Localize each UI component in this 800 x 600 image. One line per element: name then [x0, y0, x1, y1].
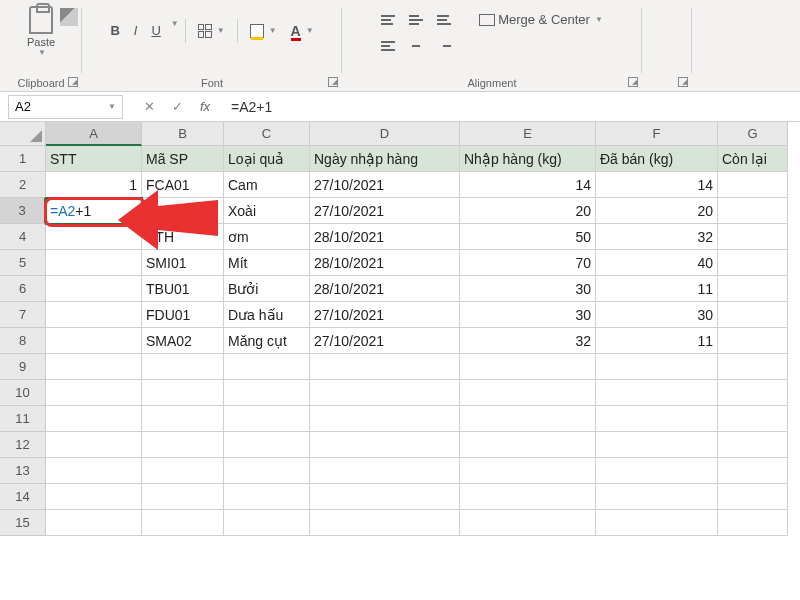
- cell[interactable]: [718, 354, 788, 380]
- clipboard-dialog-launcher[interactable]: ◢: [68, 77, 78, 87]
- cell[interactable]: =A2+1: [46, 198, 142, 224]
- cell[interactable]: [718, 198, 788, 224]
- row-header[interactable]: 10: [0, 380, 46, 406]
- col-header-B[interactable]: B: [142, 122, 224, 146]
- row-header[interactable]: 5: [0, 250, 46, 276]
- cell[interactable]: [718, 458, 788, 484]
- format-painter-button[interactable]: [60, 8, 78, 26]
- cell[interactable]: [310, 406, 460, 432]
- cell[interactable]: Loại quả: [224, 146, 310, 172]
- row-header[interactable]: 15: [0, 510, 46, 536]
- cell[interactable]: 27/10/2021: [310, 198, 460, 224]
- cell[interactable]: [142, 354, 224, 380]
- font-dialog-launcher[interactable]: ◢: [328, 77, 338, 87]
- col-header-E[interactable]: E: [460, 122, 596, 146]
- cell[interactable]: 30: [460, 276, 596, 302]
- align-bottom-button[interactable]: [431, 8, 457, 31]
- paste-button[interactable]: Paste ▼: [19, 4, 63, 59]
- row-header[interactable]: 13: [0, 458, 46, 484]
- cell[interactable]: SMI01: [142, 250, 224, 276]
- cell[interactable]: 70: [460, 250, 596, 276]
- cell[interactable]: [718, 406, 788, 432]
- cell[interactable]: 14: [596, 172, 718, 198]
- align-center-button[interactable]: [403, 37, 429, 55]
- align-middle-button[interactable]: [403, 8, 429, 31]
- cell[interactable]: [46, 510, 142, 536]
- row-header[interactable]: 1: [0, 146, 46, 172]
- cell[interactable]: [46, 380, 142, 406]
- cell[interactable]: Xoài: [224, 198, 310, 224]
- cell[interactable]: [718, 484, 788, 510]
- cell[interactable]: Mã SP: [142, 146, 224, 172]
- cell[interactable]: [46, 458, 142, 484]
- cell[interactable]: TBU01: [142, 276, 224, 302]
- row-header[interactable]: 14: [0, 484, 46, 510]
- cell[interactable]: [46, 432, 142, 458]
- row-header[interactable]: 11: [0, 406, 46, 432]
- cell[interactable]: [224, 510, 310, 536]
- cell[interactable]: 30: [460, 302, 596, 328]
- formula-input[interactable]: =A2+1: [223, 99, 800, 115]
- row-header[interactable]: 4: [0, 224, 46, 250]
- cell[interactable]: 11: [596, 276, 718, 302]
- cell[interactable]: 20: [460, 198, 596, 224]
- align-right-button[interactable]: [431, 37, 457, 55]
- cell[interactable]: Dưa hấu: [224, 302, 310, 328]
- cell[interactable]: [310, 380, 460, 406]
- cell[interactable]: ơm: [224, 224, 310, 250]
- col-header-G[interactable]: G: [718, 122, 788, 146]
- cell[interactable]: [224, 406, 310, 432]
- cell[interactable]: [46, 406, 142, 432]
- fx-icon[interactable]: fx: [195, 97, 215, 117]
- col-header-D[interactable]: D: [310, 122, 460, 146]
- cell[interactable]: 28/10/2021: [310, 250, 460, 276]
- cell[interactable]: [224, 458, 310, 484]
- cell[interactable]: [718, 224, 788, 250]
- cell[interactable]: [718, 302, 788, 328]
- cell[interactable]: [310, 354, 460, 380]
- cell[interactable]: [310, 484, 460, 510]
- cell[interactable]: Cam: [224, 172, 310, 198]
- cell[interactable]: Nhập hàng (kg): [460, 146, 596, 172]
- cell[interactable]: Bưởi: [224, 276, 310, 302]
- cell[interactable]: [460, 354, 596, 380]
- align-left-button[interactable]: [375, 37, 401, 55]
- cell[interactable]: 50: [460, 224, 596, 250]
- italic-button[interactable]: I: [128, 19, 144, 43]
- cell[interactable]: [718, 250, 788, 276]
- cell[interactable]: [460, 380, 596, 406]
- cell[interactable]: 40: [596, 250, 718, 276]
- col-header-F[interactable]: F: [596, 122, 718, 146]
- cell[interactable]: [46, 250, 142, 276]
- cell[interactable]: 32: [460, 328, 596, 354]
- cell[interactable]: Còn lại: [718, 146, 788, 172]
- cell[interactable]: [718, 172, 788, 198]
- col-header-A[interactable]: A: [46, 122, 142, 146]
- row-header[interactable]: 12: [0, 432, 46, 458]
- cell[interactable]: 27/10/2021: [310, 328, 460, 354]
- cell[interactable]: FDU01: [142, 302, 224, 328]
- cell[interactable]: [718, 328, 788, 354]
- cell[interactable]: 32: [596, 224, 718, 250]
- cell[interactable]: 20: [596, 198, 718, 224]
- cell[interactable]: [224, 380, 310, 406]
- cell[interactable]: 1: [46, 172, 142, 198]
- cell[interactable]: 14: [460, 172, 596, 198]
- cell[interactable]: [596, 484, 718, 510]
- row-header[interactable]: 9: [0, 354, 46, 380]
- cell[interactable]: [460, 510, 596, 536]
- cell[interactable]: 28/10/2021: [310, 276, 460, 302]
- cell[interactable]: [718, 380, 788, 406]
- cell[interactable]: [142, 484, 224, 510]
- cell[interactable]: TXO: [142, 198, 224, 224]
- cell[interactable]: FCA01: [142, 172, 224, 198]
- cell[interactable]: [224, 354, 310, 380]
- name-box[interactable]: A2 ▼: [8, 95, 123, 119]
- cell[interactable]: 27/10/2021: [310, 172, 460, 198]
- col-header-C[interactable]: C: [224, 122, 310, 146]
- row-header[interactable]: 3: [0, 198, 46, 224]
- cell[interactable]: [460, 432, 596, 458]
- cell[interactable]: [310, 510, 460, 536]
- align-top-button[interactable]: [375, 8, 401, 31]
- cell[interactable]: [718, 510, 788, 536]
